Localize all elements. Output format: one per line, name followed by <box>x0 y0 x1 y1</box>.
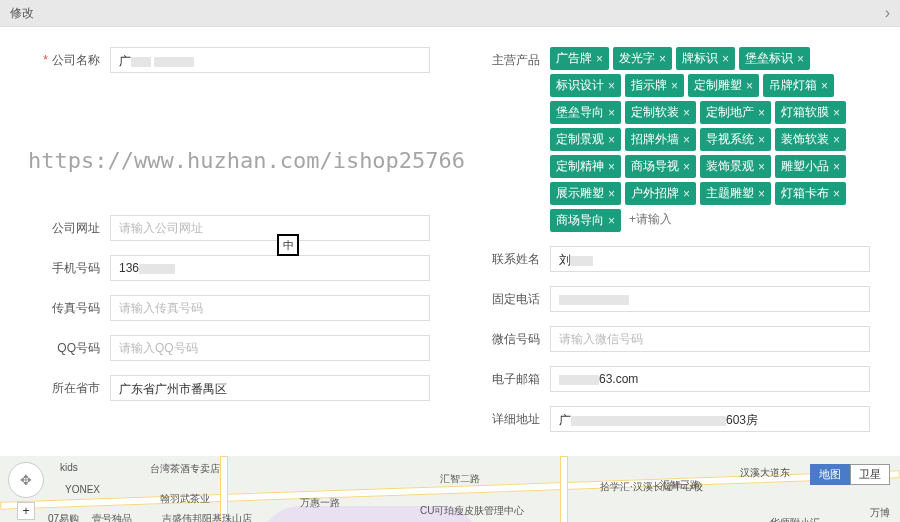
tag-remove-icon[interactable]: × <box>833 187 840 201</box>
tag-remove-icon[interactable]: × <box>758 106 765 120</box>
product-tag[interactable]: 商场导向× <box>550 209 621 232</box>
website-input[interactable] <box>110 215 430 241</box>
tag-label: 雕塑小品 <box>781 158 829 175</box>
products-tags[interactable]: 广告牌×发光字×牌标识×堡垒标识×标识设计×指示牌×定制雕塑×吊牌灯箱×堡垒导向… <box>550 47 870 232</box>
product-tag[interactable]: 牌标识× <box>676 47 735 70</box>
tag-remove-icon[interactable]: × <box>758 160 765 174</box>
map-poi[interactable]: 壹号独品 <box>92 512 132 522</box>
product-tag[interactable]: 定制精神× <box>550 155 621 178</box>
map-type-satellite[interactable]: 卫星 <box>850 464 890 485</box>
map-view[interactable]: ✥ + − 地图 卫星 台湾茶酒专卖店kidsYONEX万惠一路汇智二路CU可珀… <box>0 456 900 522</box>
tag-remove-icon[interactable]: × <box>608 79 615 93</box>
tag-remove-icon[interactable]: × <box>608 106 615 120</box>
product-tag[interactable]: 定制地产× <box>700 101 771 124</box>
map-poi[interactable]: YONEX <box>65 484 100 495</box>
tag-remove-icon[interactable]: × <box>683 106 690 120</box>
tag-label: 堡垒导向 <box>556 104 604 121</box>
product-tag[interactable]: 户外招牌× <box>625 182 696 205</box>
close-icon[interactable]: › <box>885 4 890 22</box>
tag-remove-icon[interactable]: × <box>683 133 690 147</box>
product-tag[interactable]: 招牌外墙× <box>625 128 696 151</box>
product-tag[interactable]: 商场导视× <box>625 155 696 178</box>
tag-label: 灯箱卡布 <box>781 185 829 202</box>
tag-remove-icon[interactable]: × <box>683 160 690 174</box>
map-poi[interactable]: 拾学汇·汉溪长隆中心校 <box>600 480 703 494</box>
right-column: 主营产品 广告牌×发光字×牌标识×堡垒标识×标识设计×指示牌×定制雕塑×吊牌灯箱… <box>470 47 870 446</box>
tag-remove-icon[interactable]: × <box>797 52 804 66</box>
contact-name-input[interactable]: 刘 <box>550 246 870 272</box>
qq-input[interactable] <box>110 335 430 361</box>
map-poi[interactable]: 汇智二路 <box>440 472 480 486</box>
mobile-label: 手机号码 <box>30 255 110 277</box>
tag-remove-icon[interactable]: × <box>671 79 678 93</box>
map-controls: ✥ + − <box>8 462 44 522</box>
map-type-switch: 地图 卫星 <box>810 464 890 485</box>
map-poi[interactable]: CU可珀瘦皮肤管理中心 <box>420 504 524 518</box>
map-poi[interactable]: 汉溪大道东 <box>740 466 790 480</box>
mobile-input[interactable]: 136 <box>110 255 430 281</box>
product-tag[interactable]: 发光字× <box>613 47 672 70</box>
map-poi[interactable]: 华师附小汇 <box>770 516 820 522</box>
email-input[interactable]: 63.com <box>550 366 870 392</box>
tag-remove-icon[interactable]: × <box>833 160 840 174</box>
map-poi[interactable]: 吉盛伟邦阳基珠山店 <box>162 512 252 522</box>
tag-label: 定制软装 <box>631 104 679 121</box>
tag-label: 吊牌灯箱 <box>769 77 817 94</box>
product-tag[interactable]: 展示雕塑× <box>550 182 621 205</box>
map-type-map[interactable]: 地图 <box>810 464 850 485</box>
product-tag[interactable]: 定制景观× <box>550 128 621 151</box>
tag-remove-icon[interactable]: × <box>608 133 615 147</box>
wechat-input[interactable] <box>550 326 870 352</box>
tag-label: 户外招牌 <box>631 185 679 202</box>
zoom-in-button[interactable]: + <box>17 502 35 520</box>
product-tag[interactable]: 指示牌× <box>625 74 684 97</box>
compass-icon[interactable]: ✥ <box>8 462 44 498</box>
tag-remove-icon[interactable]: × <box>833 133 840 147</box>
map-poi[interactable]: 万博 <box>870 506 890 520</box>
phone-input[interactable] <box>550 286 870 312</box>
tag-remove-icon[interactable]: × <box>659 52 666 66</box>
product-tag[interactable]: 装饰软装× <box>775 128 846 151</box>
map-poi[interactable]: 07易购 <box>48 512 79 522</box>
product-tag[interactable]: 主题雕塑× <box>700 182 771 205</box>
tag-remove-icon[interactable]: × <box>746 79 753 93</box>
map-poi[interactable]: 万惠一路 <box>300 496 340 510</box>
product-tag[interactable]: 雕塑小品× <box>775 155 846 178</box>
tag-label: 标识设计 <box>556 77 604 94</box>
product-tag[interactable]: 灯箱卡布× <box>775 182 846 205</box>
tag-add-input[interactable] <box>625 209 675 229</box>
product-tag[interactable]: 灯箱软膜× <box>775 101 846 124</box>
phone-label: 固定电话 <box>470 286 550 308</box>
tag-remove-icon[interactable]: × <box>833 106 840 120</box>
tag-remove-icon[interactable]: × <box>758 133 765 147</box>
map-poi[interactable]: 翰羽武茶业 <box>160 492 210 506</box>
product-tag[interactable]: 堡垒标识× <box>739 47 810 70</box>
tag-remove-icon[interactable]: × <box>722 52 729 66</box>
address-label: 详细地址 <box>470 406 550 428</box>
region-input[interactable]: 广东省广州市番禺区 <box>110 375 430 401</box>
tag-remove-icon[interactable]: × <box>608 214 615 228</box>
tag-label: 展示雕塑 <box>556 185 604 202</box>
product-tag[interactable]: 吊牌灯箱× <box>763 74 834 97</box>
tag-remove-icon[interactable]: × <box>821 79 828 93</box>
fax-input[interactable] <box>110 295 430 321</box>
address-input[interactable]: 广603房 <box>550 406 870 432</box>
product-tag[interactable]: 定制软装× <box>625 101 696 124</box>
product-tag[interactable]: 装饰景观× <box>700 155 771 178</box>
website-label: 公司网址 <box>30 215 110 237</box>
product-tag[interactable]: 堡垒导向× <box>550 101 621 124</box>
map-poi[interactable]: kids <box>60 462 78 473</box>
tag-remove-icon[interactable]: × <box>608 160 615 174</box>
product-tag[interactable]: 广告牌× <box>550 47 609 70</box>
product-tag[interactable]: 定制雕塑× <box>688 74 759 97</box>
company-name-input[interactable]: 广 <box>110 47 430 73</box>
tag-remove-icon[interactable]: × <box>758 187 765 201</box>
tag-remove-icon[interactable]: × <box>608 187 615 201</box>
tag-remove-icon[interactable]: × <box>683 187 690 201</box>
product-tag[interactable]: 导视系统× <box>700 128 771 151</box>
map-poi[interactable]: 台湾茶酒专卖店 <box>150 462 220 476</box>
product-tag[interactable]: 标识设计× <box>550 74 621 97</box>
wechat-label: 微信号码 <box>470 326 550 348</box>
tag-remove-icon[interactable]: × <box>596 52 603 66</box>
region-label: 所在省市 <box>30 375 110 397</box>
